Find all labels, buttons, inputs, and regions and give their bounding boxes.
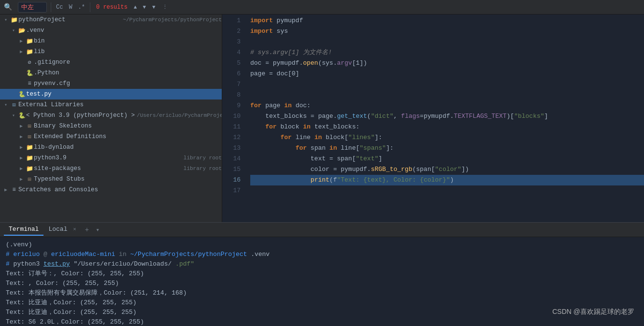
tab-add-btn[interactable]: + (81, 225, 93, 235)
editor: 1 2 3 4 5 6 7 8 9 10 11 12 13 14 15 16 1… (222, 14, 644, 222)
sidebar-item-site-packages[interactable]: ▶ 📁 site-packages library root (0, 163, 222, 174)
sidebar-item-typeshed[interactable]: ▶ ⊞ Typeshed Stubs (0, 174, 222, 184)
sidebar-item-gitignore[interactable]: ▶ ⊘ .gitignore (0, 57, 222, 68)
line-num-9: 9 (222, 100, 241, 111)
line-num-6: 6 (222, 69, 241, 79)
expand-arrow: ▾ (2, 102, 10, 108)
more-btn[interactable]: ⋮ (159, 3, 171, 11)
expand-arrow: ▶ (17, 38, 25, 44)
next-result-btn[interactable]: ▼ (140, 3, 148, 11)
terminal-area: Terminal Local × + ▾ (.venv) # ericluo @… (0, 222, 644, 326)
sidebar-item-pyvenv[interactable]: ▶ ≡ pyvenv.cfg (0, 78, 222, 89)
divider2 (90, 2, 90, 12)
sidebar-item-python39-root[interactable]: ▶ 📁 python3.9 library root (0, 153, 222, 163)
terminal-line-cmd: # python3 test.py "/Users/ericluo/Downlo… (6, 259, 638, 269)
no-arrow: ▶ (17, 59, 25, 65)
item-label: pythonProject (18, 16, 121, 23)
terminal-tabs: Terminal Local × + ▾ (0, 223, 644, 237)
code-line-9: for page in doc: (250, 100, 644, 111)
search-text: 中左 (21, 3, 34, 12)
tab-dropdown-btn[interactable]: ▾ (93, 225, 102, 235)
line-num-3: 3 (222, 37, 241, 47)
terminal-output-line-4: Text: 比亚迪，Color: (255, 255, 255) (6, 298, 638, 308)
line-num-14: 14 (222, 154, 241, 164)
db-icon: ⊞ (25, 133, 34, 141)
code-line-13: for span in line["spans"]: (250, 143, 644, 154)
item-label: bin (34, 38, 222, 44)
sidebar-item-external-libraries[interactable]: ▾ ⊞ External Libraries (0, 99, 222, 110)
sidebar-item-extended-definitions[interactable]: ▶ ⊞ Extended Definitions (0, 131, 222, 142)
item-label: Extended Definitions (34, 133, 222, 140)
item-label: pyvenv.cfg (34, 80, 222, 87)
file-tree: ▾ 📁 pythonProject ~/PycharmProjects/pyth… (0, 14, 222, 222)
case-sensitive-btn[interactable]: Cc (53, 3, 66, 12)
python-file-icon: 🐍 (17, 91, 26, 98)
local-label: Local (48, 226, 67, 233)
line-num-5: 5 (222, 58, 241, 69)
filter-btn[interactable]: ▼ (149, 3, 158, 11)
term-host: ericluodeMac-mini (51, 251, 115, 258)
line-num-7: 7 (222, 79, 241, 90)
sidebar-item-lib-dynload[interactable]: ▶ 📁 lib-dynload (0, 142, 222, 153)
sidebar-item-lib[interactable]: ▶ 📁 lib (0, 46, 222, 57)
tab-close-btn[interactable]: × (73, 227, 76, 232)
item-label: lib-dynload (34, 144, 222, 151)
item-label: .Python (34, 70, 222, 76)
folder-icon: 📁 (25, 165, 34, 172)
sidebar-item-bin[interactable]: ▶ 📁 bin (0, 36, 222, 46)
code-line-2: import sys (250, 26, 644, 37)
prev-result-btn[interactable]: ▲ (131, 3, 140, 11)
search-icon: 🔍 (0, 3, 16, 11)
line-num-2: 2 (222, 26, 241, 37)
item-label: test.py (26, 91, 222, 98)
scratches-icon: ≡ (10, 186, 18, 193)
code-line-16: print(f"Text: {text}, Color: {color}") (250, 175, 644, 185)
code-editor[interactable]: import pymupdf import sys # sys.argv[1] … (246, 14, 644, 222)
db-icon: ⊞ (25, 123, 34, 130)
line-num-16: 16 (222, 175, 241, 185)
regex-btn[interactable]: .* (75, 3, 88, 12)
term-at: @ (43, 251, 51, 258)
expand-arrow: ▾ (10, 113, 17, 118)
item-label: Typeshed Stubs (34, 176, 222, 183)
sidebar-item-binary-skeletons[interactable]: ▶ ⊞ Binary Skeletons (0, 121, 222, 131)
sidebar-item-python-link[interactable]: ▶ 🐍 .Python (0, 68, 222, 78)
term-dots (172, 260, 175, 268)
terminal-line-venv: (.venv) (6, 240, 638, 250)
code-container[interactable]: 1 2 3 4 5 6 7 8 9 10 11 12 13 14 15 16 1… (222, 14, 644, 222)
folder-icon: 📁 (25, 38, 34, 45)
expand-arrow: ▾ (2, 17, 10, 23)
sidebar-item-testpy[interactable]: ▶ 🐍 test.py (0, 89, 222, 99)
terminal-output-line-2: Text: , Color: (255, 255, 255) (6, 279, 638, 288)
no-arrow: ▶ (10, 91, 17, 97)
search-input-wrapper[interactable]: 中左 (18, 2, 47, 13)
sidebar-item-pythonproject[interactable]: ▾ 📁 pythonProject ~/PycharmProjects/pyth… (0, 14, 222, 25)
folder-icon: 📁 (10, 16, 18, 24)
item-path: ~/PycharmProjects/pythonProject (123, 17, 222, 23)
top-toolbar: 🔍 中左 Cc W .* 0 results ▲ ▼ ▼ ⋮ (0, 0, 644, 14)
terminal-line-prompt: # ericluo @ ericluodeMac-mini in ~/Pycha… (6, 250, 638, 259)
line-num-13: 13 (222, 143, 241, 154)
no-arrow: ▶ (17, 70, 25, 76)
item-path: /Users/ericluo/PycharmProjects (137, 113, 222, 118)
terminal-output-line-3: Text: 本报告附有专属交易保障，Color: (251, 214, 168) (6, 288, 638, 298)
venv-text: (.venv) (6, 241, 32, 248)
terminal-tab[interactable]: Terminal (4, 224, 43, 236)
sidebar-item-scratches[interactable]: ▶ ≡ Scratches and Consoles (0, 184, 222, 195)
sidebar-item-python39[interactable]: ▾ 🐍 < Python 3.9 (pythonProject) > /User… (0, 110, 222, 121)
term-path: ~/PycharmProjects/pythonProject (130, 251, 247, 258)
expand-arrow: ▶ (17, 166, 25, 171)
code-line-11: for block in text_blocks: (250, 122, 644, 132)
cfg-icon: ≡ (25, 80, 34, 87)
terminal-local-tab[interactable]: Local × (43, 224, 81, 236)
sidebar-item-venv[interactable]: ▾ 📂 .venv (0, 25, 222, 36)
code-line-1: import pymupdf (250, 15, 644, 26)
main-area: ▾ 📁 pythonProject ~/PycharmProjects/pyth… (0, 14, 644, 222)
expand-arrow: ▶ (2, 187, 10, 193)
folder-icon: 📁 (25, 155, 34, 162)
word-btn[interactable]: W (66, 3, 75, 12)
term-cmd: python3 (14, 260, 43, 268)
expand-arrow: ▶ (17, 123, 25, 129)
no-arrow: ▶ (17, 81, 25, 86)
code-line-17 (250, 185, 644, 196)
